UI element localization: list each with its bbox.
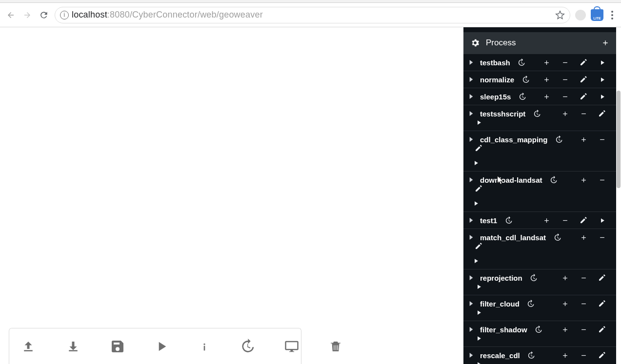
process-item[interactable]: download-landsat: [463, 171, 616, 211]
reload-button[interactable]: [38, 9, 50, 21]
play-icon[interactable]: [474, 360, 483, 364]
chevron-right-icon: [469, 177, 476, 182]
remove-icon[interactable]: [579, 273, 588, 282]
history-icon[interactable]: [504, 216, 513, 225]
info-button[interactable]: [198, 338, 211, 355]
browser-menu-icon[interactable]: [608, 11, 616, 19]
add-icon[interactable]: [561, 351, 569, 360]
add-icon[interactable]: [561, 109, 569, 118]
add-process-icon[interactable]: [601, 39, 609, 47]
remove-icon[interactable]: [579, 109, 588, 118]
lite-extension-icon[interactable]: LITE: [591, 9, 603, 21]
remove-icon[interactable]: [598, 175, 606, 184]
remove-icon[interactable]: [579, 299, 588, 308]
remove-icon[interactable]: [598, 233, 606, 242]
add-icon[interactable]: [561, 325, 569, 334]
history-icon[interactable]: [554, 135, 563, 144]
add-icon[interactable]: [561, 273, 569, 282]
add-icon[interactable]: [542, 58, 551, 67]
history-icon[interactable]: [532, 109, 541, 118]
browser-toolbar: i localhost:8080/CyberConnector/web/geow…: [0, 3, 621, 27]
process-item[interactable]: reprojection: [463, 269, 616, 295]
bottom-toolbar: [9, 328, 301, 364]
play-icon[interactable]: [598, 216, 606, 225]
add-icon[interactable]: [579, 135, 588, 144]
process-item[interactable]: sleep15s: [463, 88, 616, 105]
edit-icon[interactable]: [579, 75, 588, 84]
bookmark-star-icon[interactable]: [555, 10, 565, 20]
edit-icon[interactable]: [598, 325, 606, 334]
run-button[interactable]: [154, 338, 169, 355]
edit-icon[interactable]: [598, 351, 606, 360]
workflow-canvas[interactable]: [0, 27, 468, 364]
history-icon[interactable]: [521, 75, 530, 84]
upload-button[interactable]: [20, 338, 37, 355]
process-item[interactable]: normalize: [463, 71, 616, 88]
edit-icon[interactable]: [474, 242, 483, 250]
process-item[interactable]: match_cdl_landsat: [463, 229, 616, 269]
play-icon[interactable]: [471, 256, 480, 265]
play-icon[interactable]: [598, 75, 606, 84]
edit-icon[interactable]: [598, 109, 606, 118]
history-icon[interactable]: [526, 299, 535, 308]
back-button[interactable]: [5, 9, 17, 21]
process-item[interactable]: testsshscript: [463, 105, 616, 131]
chevron-right-icon: [469, 353, 476, 358]
history-icon[interactable]: [517, 58, 526, 67]
add-icon[interactable]: [579, 233, 588, 242]
history-icon[interactable]: [553, 233, 561, 242]
play-icon[interactable]: [474, 308, 483, 317]
add-icon[interactable]: [561, 299, 569, 308]
site-info-icon[interactable]: i: [60, 11, 69, 19]
history-icon[interactable]: [527, 351, 536, 360]
remove-icon[interactable]: [598, 135, 606, 144]
add-icon[interactable]: [579, 175, 588, 184]
play-icon[interactable]: [471, 158, 480, 167]
add-icon[interactable]: [542, 92, 551, 101]
process-item[interactable]: cdl_class_mapping: [463, 131, 616, 171]
process-item[interactable]: test1: [463, 211, 616, 229]
edit-icon[interactable]: [598, 273, 606, 282]
play-icon[interactable]: [474, 282, 483, 291]
edit-icon[interactable]: [474, 184, 483, 193]
remove-icon[interactable]: [561, 58, 569, 67]
history-icon[interactable]: [529, 273, 538, 282]
remove-icon[interactable]: [579, 351, 588, 360]
edit-icon[interactable]: [579, 58, 588, 67]
edit-icon[interactable]: [579, 92, 588, 101]
process-item[interactable]: rescale_cdl: [463, 346, 616, 364]
remove-icon[interactable]: [561, 75, 569, 84]
play-icon[interactable]: [598, 92, 606, 101]
add-icon[interactable]: [542, 75, 551, 84]
page-scrollbar[interactable]: [616, 27, 621, 364]
add-icon[interactable]: [542, 216, 551, 225]
edit-icon[interactable]: [598, 299, 606, 308]
play-icon[interactable]: [598, 58, 606, 67]
play-icon[interactable]: [474, 118, 483, 127]
monitor-button[interactable]: [283, 338, 300, 355]
address-bar[interactable]: i localhost:8080/CyberConnector/web/geow…: [55, 7, 570, 23]
save-button[interactable]: [110, 338, 125, 355]
process-item[interactable]: testbash: [463, 54, 616, 71]
scrollbar-thumb[interactable]: [617, 91, 621, 188]
remove-icon[interactable]: [561, 92, 569, 101]
process-item[interactable]: filter_shadow: [463, 321, 616, 346]
download-button[interactable]: [65, 338, 81, 355]
remove-icon[interactable]: [579, 325, 588, 334]
history-icon[interactable]: [518, 92, 526, 101]
history-icon[interactable]: [549, 175, 558, 184]
process-item[interactable]: filter_cloud: [463, 295, 616, 321]
extension-icon[interactable]: [575, 10, 586, 20]
forward-button[interactable]: [21, 9, 33, 21]
edit-icon[interactable]: [474, 144, 483, 153]
edit-icon[interactable]: [579, 216, 588, 225]
play-icon[interactable]: [474, 334, 483, 343]
process-name: match_cdl_landsat: [480, 233, 546, 242]
play-icon[interactable]: [471, 199, 480, 208]
history-button[interactable]: [240, 338, 255, 355]
history-icon[interactable]: [534, 325, 543, 334]
remove-icon[interactable]: [561, 216, 569, 225]
process-section-header[interactable]: Process: [463, 32, 616, 54]
delete-button[interactable]: [328, 338, 343, 355]
process-name: normalize: [480, 76, 514, 84]
